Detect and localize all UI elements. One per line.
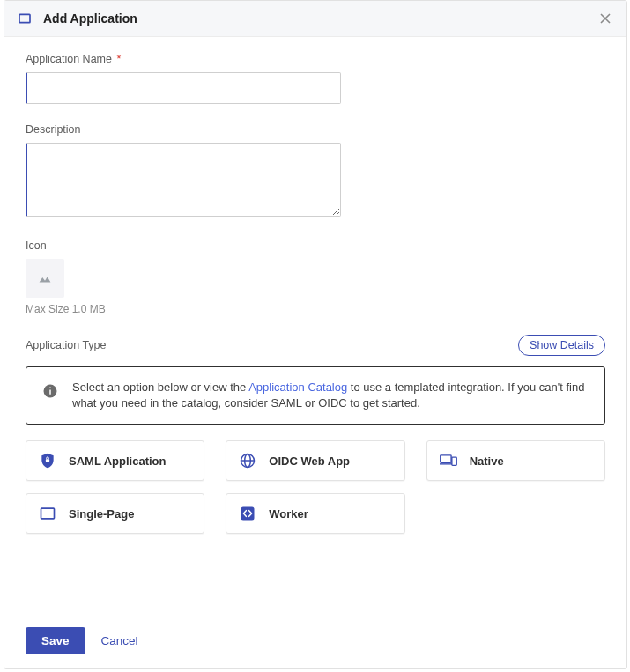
description-label: Description	[26, 123, 605, 136]
application-catalog-link[interactable]: Application Catalog	[248, 380, 347, 394]
cancel-button[interactable]: Cancel	[101, 634, 138, 647]
icon-field: Icon Max Size 1.0 MB	[26, 240, 605, 315]
dialog-header: Add Application	[4, 1, 626, 37]
image-placeholder-icon	[35, 269, 55, 288]
svg-rect-9	[41, 509, 55, 520]
svg-rect-7	[440, 455, 450, 462]
application-type-label: Application Type	[26, 339, 107, 351]
info-box: Select an option below or view the Appli…	[26, 366, 605, 425]
save-button[interactable]: Save	[26, 627, 85, 654]
type-card-oidc[interactable]: OIDC Web App	[226, 440, 404, 481]
required-indicator: *	[116, 53, 121, 65]
dialog-body: Application Name * Description Icon Max …	[4, 37, 626, 613]
application-name-label-text: Application Name	[26, 53, 112, 65]
icon-upload-button[interactable]	[26, 259, 64, 298]
description-field: Description	[26, 123, 605, 220]
icon-label: Icon	[26, 240, 605, 252]
dialog-footer: Save Cancel	[4, 613, 626, 668]
info-text-before: Select an option below or view the	[72, 380, 248, 394]
icon-helper-text: Max Size 1.0 MB	[26, 303, 605, 315]
application-type-header: Application Type Show Details	[26, 335, 605, 356]
show-details-button[interactable]: Show Details	[518, 335, 605, 356]
type-card-label: OIDC Web App	[269, 454, 350, 468]
type-card-label: Native	[470, 454, 504, 468]
application-type-grid: SAML Application OIDC Web App	[26, 440, 605, 534]
svg-rect-2	[49, 390, 51, 395]
application-name-label: Application Name *	[26, 53, 605, 65]
svg-rect-0	[19, 14, 30, 22]
globe-icon	[239, 452, 256, 469]
svg-rect-3	[49, 388, 51, 389]
window-icon	[17, 11, 33, 26]
info-icon	[42, 383, 58, 399]
type-card-label: Single-Page	[69, 507, 134, 521]
add-application-dialog: Add Application Application Name * Descr…	[4, 0, 627, 669]
close-icon	[600, 13, 611, 24]
code-icon	[239, 505, 256, 522]
type-card-worker[interactable]: Worker	[226, 493, 404, 534]
type-card-saml[interactable]: SAML Application	[26, 440, 204, 481]
devices-icon	[440, 452, 457, 469]
type-card-label: SAML Application	[69, 454, 167, 468]
dialog-title: Add Application	[43, 11, 597, 26]
window-icon	[39, 505, 56, 522]
description-input[interactable]	[26, 143, 341, 217]
type-card-label: Worker	[269, 507, 308, 521]
shield-lock-icon	[39, 452, 56, 469]
close-button[interactable]	[597, 10, 614, 27]
type-card-single-page[interactable]: Single-Page	[26, 493, 204, 534]
info-text: Select an option below or view the Appli…	[72, 380, 589, 411]
svg-rect-8	[452, 458, 456, 466]
svg-rect-4	[46, 460, 49, 463]
application-name-input[interactable]	[26, 72, 341, 104]
application-name-field: Application Name *	[26, 53, 605, 104]
type-card-native[interactable]: Native	[426, 440, 605, 481]
